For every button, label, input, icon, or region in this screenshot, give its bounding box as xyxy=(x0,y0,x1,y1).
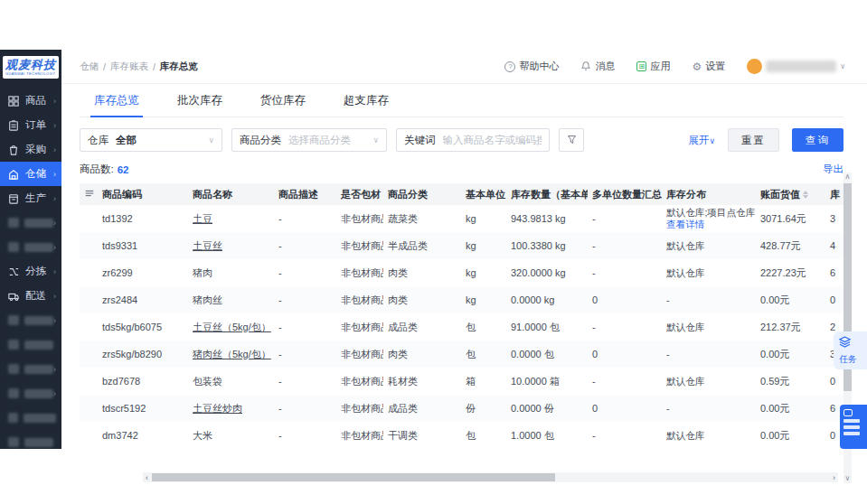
user-menu[interactable]: ∨ xyxy=(747,59,845,74)
reset-button[interactable]: 重置 xyxy=(728,128,779,152)
sidebar-item-purchase[interactable]: 采购 › xyxy=(0,137,61,162)
warehouse-value: 全部 xyxy=(116,134,137,147)
header-stock-qty[interactable]: 库存数量（基本单位） xyxy=(506,183,588,205)
redacted-icon xyxy=(8,413,18,423)
sort-icon[interactable] xyxy=(803,191,808,199)
inventory-table: 商品编码 商品名称 商品描述 是否包材 商品分类 基本单位 库存数量（基本单位）… xyxy=(80,183,843,449)
sidebar-item-redacted-6[interactable]: › xyxy=(0,381,61,406)
filter-bar: 仓库 全部 ∨ 商品分类 选择商品分类 ∨ 关键词 输入商品名字或编码搜索 xyxy=(80,128,843,152)
redacted-label xyxy=(24,414,56,423)
expand-link[interactable]: 展开∨ xyxy=(688,134,715,147)
settings[interactable]: ⚙ 设置 xyxy=(692,60,725,73)
service-float-widget[interactable] xyxy=(840,405,867,449)
tab-inventory-overview[interactable]: 库存总览 xyxy=(94,93,139,117)
apps[interactable]: ⊞ 应用 xyxy=(636,60,670,73)
purchase-icon xyxy=(8,144,20,155)
tab-location-inventory[interactable]: 货位库存 xyxy=(260,93,306,117)
sidebar-item-sorting[interactable]: 分拣 › xyxy=(0,259,61,284)
chevron-right-icon: › xyxy=(53,365,56,374)
scroll-down-icon[interactable]: ∨ xyxy=(843,474,852,483)
sidebar-item-production[interactable]: 生产 › xyxy=(0,186,61,210)
sidebar-item-warehouse[interactable]: 仓储 › xyxy=(0,162,61,186)
warehouse-select[interactable]: 仓库 全部 ∨ xyxy=(80,128,222,152)
table-row[interactable]: zrs2484猪肉丝-非包材商品肉类kg0.0000 kg0-0.00元0 xyxy=(80,286,843,313)
scroll-left-icon[interactable]: ‹ xyxy=(143,473,151,482)
keyword-input[interactable]: 关键词 输入商品名字或编码搜索 xyxy=(396,128,550,152)
sidebar-item-redacted-1[interactable]: › xyxy=(0,210,61,235)
sidebar-item-label: 配送 xyxy=(25,289,46,303)
table-row[interactable]: bzd7678包装袋-非包材商品耗材类箱10.0000 箱-默认仓库0.59元0 xyxy=(80,368,843,395)
header-product-code: 商品编码 xyxy=(98,183,188,205)
header-base-unit: 基本单位 xyxy=(461,183,506,205)
chevron-right-icon: › xyxy=(53,121,56,130)
breadcrumb-warehouse[interactable]: 仓储 xyxy=(80,61,99,73)
tab-bar: 库存总览 批次库存 货位库存 超支库存 xyxy=(80,84,843,117)
messages[interactable]: 消息 xyxy=(580,60,615,73)
sidebar-item-redacted-3[interactable]: › xyxy=(0,308,61,332)
category-select[interactable]: 商品分类 选择商品分类 ∨ xyxy=(231,128,387,152)
header-book-value[interactable]: 账面货值 xyxy=(756,183,825,205)
task-label: 任务 xyxy=(839,353,857,366)
goods-icon xyxy=(8,95,20,107)
chevron-right-icon: › xyxy=(53,243,56,252)
header-is-packaging: 是否包材 xyxy=(336,183,383,205)
tab-batch-inventory[interactable]: 批次库存 xyxy=(177,93,222,117)
page: 观麦科技 GUANMAI·TECHNOLOGY 商品 › 订单 › 采购 › 仓… xyxy=(0,0,867,504)
horizontal-scroll-thumb[interactable] xyxy=(152,473,555,481)
table-row[interactable]: zrs5kg/b8290猪肉丝（5kg/包）-非包材商品肉类包0.0000 包0… xyxy=(80,341,843,368)
production-icon xyxy=(8,192,20,204)
scroll-up-icon[interactable]: ∧ xyxy=(843,173,852,182)
chevron-right-icon: › xyxy=(53,389,56,398)
redacted-icon xyxy=(8,242,19,252)
help-center[interactable]: ? 帮助中心 xyxy=(504,60,559,73)
help-label: 帮助中心 xyxy=(519,60,559,73)
search-button[interactable]: 查询 xyxy=(792,128,843,152)
product-name-link[interactable]: 土豆 xyxy=(193,213,212,224)
delivery-icon xyxy=(8,290,20,302)
export-link[interactable]: 导出 xyxy=(823,163,843,176)
sidebar-item-redacted-5[interactable]: › xyxy=(0,357,61,381)
product-name-link[interactable]: 大米 xyxy=(193,430,212,441)
product-name-link[interactable]: 猪肉丝 xyxy=(193,294,222,305)
scroll-right-icon[interactable]: › xyxy=(830,473,838,482)
product-name-link[interactable]: 猪肉丝（5kg/包） xyxy=(193,349,271,359)
sidebar-nav: 商品 › 订单 › 采购 › 仓储 › 生产 › xyxy=(0,89,61,449)
header-product-name: 商品名称 xyxy=(188,183,274,205)
horizontal-scrollbar[interactable]: ‹ › xyxy=(143,472,838,482)
task-float-button[interactable]: 任务 xyxy=(834,331,867,369)
sidebar-item-redacted-4[interactable] xyxy=(0,332,61,357)
bell-icon xyxy=(580,61,591,73)
sidebar: 观麦科技 GUANMAI·TECHNOLOGY 商品 › 订单 › 采购 › 仓… xyxy=(0,50,61,449)
sidebar-item-redacted-8[interactable] xyxy=(0,430,61,449)
avatar xyxy=(747,59,762,74)
table-row[interactable]: td1392土豆-非包材商品蔬菜类kg943.9813 kg-默认仓库;项目点仓… xyxy=(80,205,843,232)
table-row[interactable]: tdscr5192土豆丝炒肉-非包材商品成品类份0.0000 份0-0.00元6 xyxy=(80,395,843,422)
product-name-link[interactable]: 猪肉 xyxy=(193,267,212,278)
chevron-right-icon: › xyxy=(53,267,56,276)
sidebar-item-label: 生产 xyxy=(25,191,46,205)
product-name-link[interactable]: 包装袋 xyxy=(193,376,222,387)
product-name-link[interactable]: 土豆丝（5kg/包） xyxy=(193,322,271,332)
gear-icon: ⚙ xyxy=(692,61,702,72)
view-details-link[interactable]: 查看详情 xyxy=(666,219,751,230)
sidebar-item-orders[interactable]: 订单 › xyxy=(0,113,61,137)
header-multi-unit-summary: 多单位数量汇总 xyxy=(588,183,662,205)
redacted-icon xyxy=(8,364,19,374)
column-settings-icon[interactable] xyxy=(80,183,98,205)
table-row[interactable]: tds5kg/b6075土豆丝（5kg/包）-非包材商品成品类包91.0000 … xyxy=(80,313,843,341)
product-name-link[interactable]: 土豆丝炒肉 xyxy=(193,403,242,414)
redacted-icon xyxy=(8,218,19,228)
advanced-filter-button[interactable] xyxy=(559,128,584,152)
sidebar-item-redacted-7[interactable] xyxy=(0,406,61,430)
header-stock-distribution: 库存分布 xyxy=(662,183,756,205)
table-row[interactable]: dm3742大米-非包材商品干调类包1.0000 包-默认仓库0.00元0 xyxy=(80,422,843,449)
sidebar-item-redacted-2[interactable]: › xyxy=(0,235,61,259)
product-name-link[interactable]: 土豆丝 xyxy=(193,240,222,251)
sidebar-item-delivery[interactable]: 配送 › xyxy=(0,284,61,308)
sidebar-item-goods[interactable]: 商品 › xyxy=(0,89,61,113)
breadcrumb-inventory-report[interactable]: 库存账表 xyxy=(110,61,148,73)
table-row[interactable]: tds9331土豆丝-非包材商品半成品类kg100.3380 kg-默认仓库42… xyxy=(80,232,843,259)
table-row[interactable]: zr6299猪肉-非包材商品肉类kg320.0000 kg-默认仓库2227.2… xyxy=(80,259,843,286)
tab-overdraft-inventory[interactable]: 超支库存 xyxy=(344,93,389,117)
main-area: 仓储 / 库存账表 / 库存总览 ? 帮助中心 消息 ⊞ 应用 xyxy=(61,50,867,449)
